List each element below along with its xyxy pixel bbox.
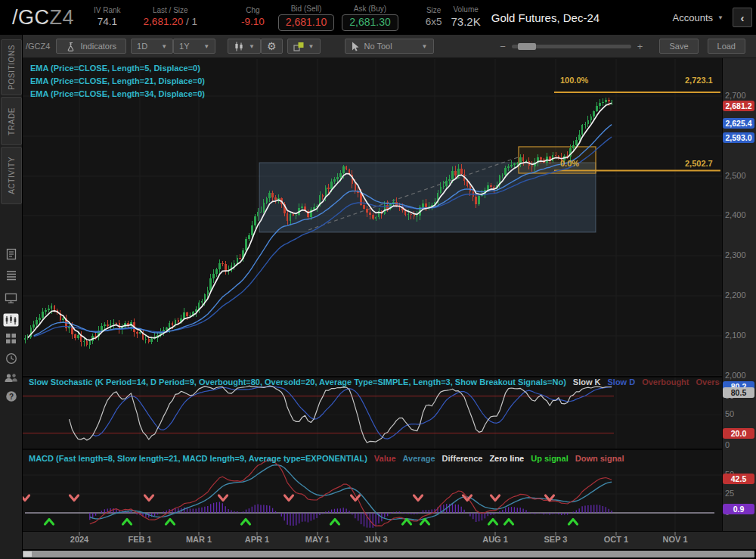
- news-icon[interactable]: [0, 248, 22, 260]
- studies-flask-icon: [66, 42, 76, 51]
- iv-rank: IV Rank 74.1: [94, 6, 121, 28]
- scrollbar-handle[interactable]: [23, 551, 32, 557]
- last-size: Last / Size 2,681.20 / 1: [144, 6, 197, 28]
- zoom-slider[interactable]: [512, 45, 631, 48]
- symbol-suffix: Z4: [50, 6, 75, 29]
- svg-text:?: ?: [8, 393, 13, 401]
- accounts-menu[interactable]: Accounts ▼: [673, 12, 723, 23]
- indicators-button[interactable]: Indicators: [56, 39, 126, 54]
- change-value: -9.10: [241, 16, 265, 29]
- time-axis-scrollbar[interactable]: [23, 551, 754, 557]
- chevron-down-icon: ▼: [249, 43, 255, 50]
- last-price: 2,681.20: [144, 16, 184, 27]
- watchlist-icon[interactable]: [0, 269, 22, 281]
- size-group: Size 6x5: [426, 6, 442, 28]
- sidebar-tab-activity[interactable]: ACTIVITY: [1, 147, 22, 204]
- chart-style-dropdown[interactable]: ▼: [228, 39, 261, 54]
- chevron-left-icon: ‹: [741, 11, 745, 24]
- zoom-control: − +: [500, 41, 643, 52]
- chart-toolbar: /GCZ4 Indicators 1D▼ 1Y▼ ▼ ⚙ ▼ No Tool ▼…: [23, 35, 756, 58]
- sidebar-tab-positions[interactable]: POSITIONS: [1, 39, 22, 95]
- symbol-title: /GCZ4: [12, 6, 74, 30]
- candlestick-icon: [234, 42, 244, 51]
- load-button[interactable]: Load: [708, 39, 745, 54]
- ask-button[interactable]: 2,681.30: [342, 14, 398, 31]
- chevron-down-icon: ▼: [422, 43, 428, 50]
- symbol-root: /GC: [12, 6, 50, 29]
- collapse-panel-button[interactable]: ‹: [733, 8, 752, 27]
- apps-grid-icon[interactable]: [0, 333, 22, 344]
- timeframe-dropdown[interactable]: 1D▼: [131, 39, 173, 54]
- save-button[interactable]: Save: [659, 39, 698, 54]
- monitor-icon[interactable]: [0, 292, 22, 304]
- help-icon[interactable]: ?: [0, 390, 22, 402]
- zoom-out-button[interactable]: −: [500, 41, 506, 52]
- bid-group: Bid (Sell) 2,681.10: [278, 5, 335, 31]
- volume-group: Volume 73.2K: [451, 5, 481, 29]
- bid-button[interactable]: 2,681.10: [278, 14, 335, 31]
- chevron-down-icon: ▼: [308, 43, 314, 50]
- sidebar-tab-trade[interactable]: TRADE: [1, 97, 22, 145]
- quote-bar: /GCZ4 IV Rank 74.1 Last / Size 2,681.20 …: [0, 0, 756, 35]
- chart-icon-active[interactable]: [0, 313, 22, 327]
- community-people-icon[interactable]: [0, 372, 22, 384]
- instrument-description: Gold Futures, Dec-24: [491, 11, 600, 24]
- chevron-down-icon: ▼: [161, 43, 167, 50]
- layout-grid-icon: [293, 42, 304, 51]
- history-clock-icon[interactable]: [0, 352, 22, 365]
- toolbar-symbol: /GCZ4: [26, 42, 50, 51]
- cursor-arrow-icon: [351, 42, 360, 51]
- drawing-tool-dropdown[interactable]: No Tool ▼: [345, 39, 434, 54]
- layout-dropdown[interactable]: ▼: [287, 39, 321, 54]
- ask-group: Ask (Buy) 2,681.30: [342, 5, 398, 31]
- last-size-val: / 1: [186, 16, 197, 27]
- chevron-down-icon: ▼: [717, 14, 723, 21]
- zoom-in-button[interactable]: +: [637, 41, 643, 52]
- range-dropdown[interactable]: 1Y▼: [173, 39, 215, 54]
- chart-settings-button[interactable]: ⚙: [261, 39, 283, 54]
- chevron-down-icon: ▼: [203, 43, 209, 50]
- gear-icon: ⚙: [267, 41, 277, 51]
- change: Chg -9.10: [241, 6, 265, 28]
- left-sidebar: POSITIONS TRADE ACTIVITY ?: [0, 35, 23, 559]
- chart-canvas[interactable]: [0, 0, 756, 559]
- zoom-slider-handle[interactable]: [518, 43, 536, 50]
